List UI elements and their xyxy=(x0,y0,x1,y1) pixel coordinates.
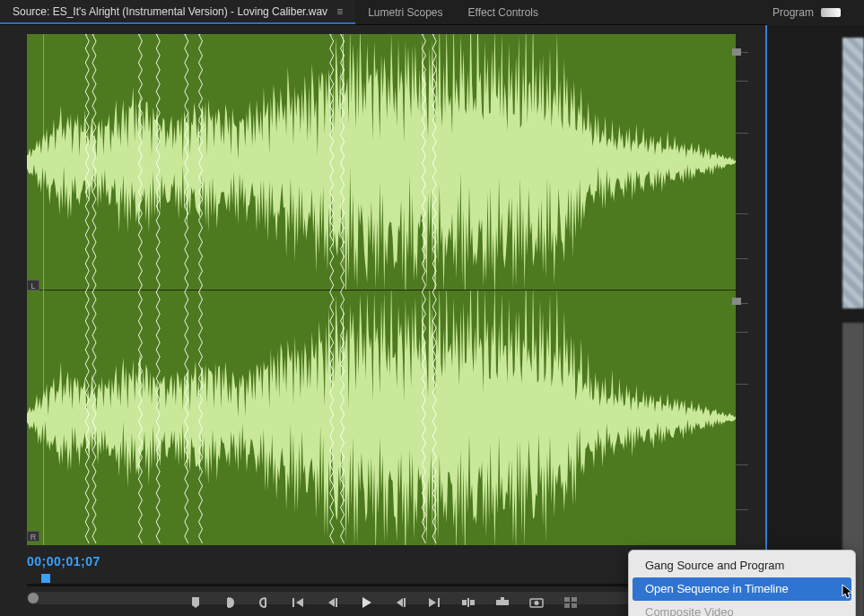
insert-button[interactable] xyxy=(460,594,476,611)
svg-point-1 xyxy=(534,601,538,605)
step-forward-button[interactable] xyxy=(392,594,408,611)
source-panel-tabs: Source: ES_It's Alright (Instrumental Ve… xyxy=(0,0,864,25)
panel-menu-icon[interactable]: ≡ xyxy=(336,5,343,18)
svg-rect-5 xyxy=(572,603,577,608)
menu-item-open-sequence-in-timeline[interactable]: Open Sequence in Timeline xyxy=(633,577,851,601)
audio-waveform-display[interactable]: L R xyxy=(27,34,736,545)
program-panel-sliver xyxy=(767,25,864,616)
menu-item-gang-source-program[interactable]: Gang Source and Program xyxy=(629,554,855,577)
tab-source-label: Source: ES_It's Alright (Instrumental Ve… xyxy=(13,5,327,18)
button-editor-icon[interactable] xyxy=(563,594,579,611)
tab-lumetri-label: Lumetri Scopes xyxy=(368,6,442,19)
svg-rect-4 xyxy=(564,603,570,608)
waveform-channel-left xyxy=(27,34,736,290)
go-to-in-button[interactable] xyxy=(290,594,306,611)
waveform-right-svg xyxy=(27,291,736,546)
waveform-channel-right xyxy=(27,291,736,546)
tab-program[interactable]: Program xyxy=(767,0,864,25)
tab-program-label: Program xyxy=(772,6,814,19)
tab-effect-label: Effect Controls xyxy=(468,6,538,19)
add-marker-button[interactable] xyxy=(188,594,204,611)
amplitude-handle[interactable] xyxy=(732,48,741,56)
current-timecode[interactable]: 00;00;01;07 xyxy=(27,554,100,568)
in-point-marker[interactable] xyxy=(41,574,50,583)
menu-item-label: Gang Source and Program xyxy=(645,559,784,572)
program-thumbnail-icon xyxy=(821,8,841,17)
tab-lumetri-scopes[interactable]: Lumetri Scopes xyxy=(355,0,455,24)
amplitude-handle[interactable] xyxy=(732,298,741,305)
step-back-button[interactable] xyxy=(324,594,340,611)
source-monitor-panel: L R L R 00;00;01;07 ▦ ╫ xyxy=(0,25,767,616)
mark-out-button[interactable] xyxy=(256,594,272,611)
menu-item-label: Open Sequence in Timeline xyxy=(645,582,789,595)
program-preview-sliver xyxy=(842,38,864,308)
svg-rect-2 xyxy=(564,597,570,602)
menu-item-label: Composite Video xyxy=(645,605,734,616)
mouse-cursor-icon xyxy=(842,584,854,600)
tab-source[interactable]: Source: ES_It's Alright (Instrumental Ve… xyxy=(0,0,355,24)
svg-rect-3 xyxy=(572,597,577,602)
waveform-left-svg xyxy=(27,34,736,290)
export-frame-button[interactable] xyxy=(528,594,545,611)
tab-effect-controls[interactable]: Effect Controls xyxy=(456,0,551,24)
overwrite-button[interactable] xyxy=(494,594,511,611)
go-to-out-button[interactable] xyxy=(426,594,442,611)
menu-item-composite-video[interactable]: Composite Video xyxy=(629,601,855,616)
mark-in-button[interactable] xyxy=(222,594,238,611)
settings-context-menu: Gang Source and Program Open Sequence in… xyxy=(628,550,856,616)
amplitude-ruler xyxy=(736,34,752,545)
play-button[interactable] xyxy=(358,594,374,611)
